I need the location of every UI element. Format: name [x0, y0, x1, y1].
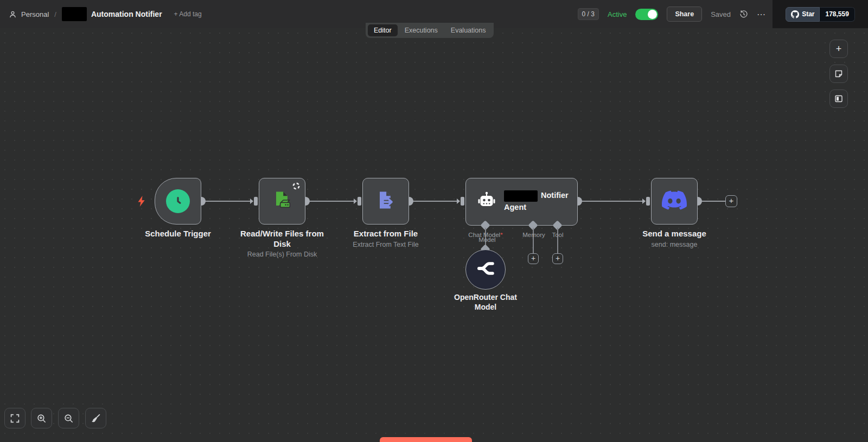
- node-discord-send-message[interactable]: [651, 178, 698, 225]
- plus-icon: +: [729, 196, 734, 205]
- node-ai-agent[interactable]: Notifier Agent: [465, 178, 578, 226]
- plus-icon: +: [836, 44, 842, 54]
- broom-icon: [91, 414, 100, 423]
- github-icon: [791, 10, 799, 18]
- connection: [701, 201, 725, 202]
- add-tag-button[interactable]: + Add tag: [174, 10, 202, 18]
- tab-editor[interactable]: Editor: [368, 24, 398, 36]
- zoom-in-icon: [37, 414, 46, 423]
- input-port: [358, 197, 361, 206]
- input-arrow: [250, 198, 253, 204]
- history-icon[interactable]: [739, 10, 748, 18]
- zoom-in-button[interactable]: [31, 408, 52, 428]
- input-port: [461, 197, 464, 206]
- add-tool-button[interactable]: +: [552, 253, 563, 264]
- discord-icon: [662, 188, 687, 215]
- zoom-out-button[interactable]: [58, 408, 79, 428]
- tab-evaluations[interactable]: Evaluations: [445, 24, 492, 36]
- required-asterisk: *: [500, 232, 502, 238]
- node-label: Notifier Agent: [504, 190, 569, 214]
- node-label: Read/Write Files from Disk: [236, 229, 328, 249]
- github-star-button[interactable]: Star: [786, 7, 820, 22]
- node-readwrite-files[interactable]: [259, 178, 305, 225]
- sticky-note-icon: [834, 69, 843, 78]
- workflow-canvas[interactable]: + Schedule Trigger Read/Write Files from…: [0, 28, 868, 442]
- add-node-button[interactable]: +: [829, 40, 848, 58]
- plus-icon: +: [556, 254, 560, 262]
- zoom-to-fit-button[interactable]: [4, 408, 25, 428]
- quota-badge: 0 / 3: [578, 8, 599, 20]
- node-label: Schedule Trigger: [145, 229, 211, 239]
- add-sticky-note-button[interactable]: [829, 65, 848, 83]
- connection: [413, 201, 459, 202]
- node-openrouter-chat-model[interactable]: [465, 249, 506, 290]
- loop-icon: [292, 182, 300, 192]
- input-port: [646, 197, 650, 206]
- share-button[interactable]: Share: [667, 7, 702, 22]
- toggle-knob: [648, 10, 657, 19]
- input-arrow: [457, 198, 460, 204]
- extract-file-icon: [374, 188, 398, 214]
- node-sublabel: Extract From Text File: [353, 241, 418, 248]
- breadcrumb-project[interactable]: Personal: [21, 10, 49, 18]
- github-star-count[interactable]: 178,559: [820, 7, 854, 22]
- github-star-label: Star: [802, 10, 814, 18]
- node-extract-from-file[interactable]: [362, 178, 409, 225]
- node-sublabel: send: message: [652, 241, 698, 248]
- active-label: Active: [608, 10, 627, 18]
- input-arrow: [354, 198, 357, 204]
- execute-workflow-button[interactable]: Execute workflow: [380, 437, 472, 442]
- breadcrumb: Personal / Automation Notifier + Add tag: [9, 0, 202, 28]
- agent-title-line2: Agent: [504, 203, 526, 212]
- redacted-text: [504, 190, 538, 202]
- node-schedule-trigger[interactable]: [155, 178, 201, 225]
- node-label: OpenRouter Chat Model: [450, 293, 521, 312]
- connection: [582, 201, 645, 202]
- redacted-text: [62, 7, 87, 21]
- github-corner: Star 178,559: [773, 0, 868, 28]
- fit-view-icon: [10, 414, 20, 423]
- trigger-bolt-icon: [136, 195, 147, 209]
- person-icon: [9, 10, 17, 18]
- robot-icon: [476, 190, 497, 214]
- port-label-memory: Memory: [522, 232, 545, 238]
- node-label: Extract from File: [354, 229, 418, 239]
- view-tabs: Editor Executions Evaluations: [366, 23, 494, 38]
- openrouter-icon: [475, 258, 496, 281]
- tidy-up-button[interactable]: [85, 408, 106, 428]
- workflow-title[interactable]: Automation Notifier: [91, 10, 162, 18]
- input-port: [254, 197, 258, 206]
- saved-status: Saved: [711, 10, 731, 18]
- connection: [309, 201, 356, 202]
- files-disk-icon: [270, 188, 294, 214]
- agent-title-visible: Notifier: [541, 191, 569, 200]
- breadcrumb-separator: /: [54, 10, 56, 18]
- add-memory-button[interactable]: +: [528, 253, 539, 264]
- connection: [205, 201, 253, 202]
- zoom-out-icon: [64, 414, 73, 423]
- input-arrow: [642, 198, 646, 204]
- plus-icon: +: [531, 254, 535, 262]
- toggle-panel-button[interactable]: [829, 89, 848, 108]
- tab-executions[interactable]: Executions: [399, 24, 444, 36]
- panel-icon: [834, 94, 843, 103]
- port-label-model: Model: [478, 236, 495, 243]
- port-label-tool: Tool: [552, 232, 563, 238]
- node-label: Send a message: [642, 229, 706, 239]
- active-toggle[interactable]: [635, 9, 658, 20]
- node-sublabel: Read File(s) From Disk: [247, 251, 317, 258]
- add-node-after-button[interactable]: +: [725, 195, 737, 207]
- clock-icon: [166, 189, 190, 213]
- more-menu-icon[interactable]: ⋯: [757, 9, 766, 20]
